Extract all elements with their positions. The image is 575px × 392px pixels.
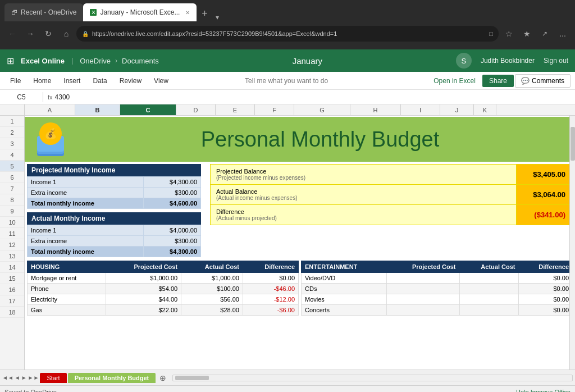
favorites-button[interactable]: ☆ [501, 26, 517, 42]
table-row[interactable]: Gas $22.00 $28.00 -$6.00 [28, 305, 299, 316]
cell-diff[interactable]: $0.00 [519, 305, 573, 316]
cell-label[interactable]: Income 1 [28, 177, 144, 188]
cell-value[interactable]: $300.00 [144, 188, 201, 198]
row-header-10[interactable]: 10 [0, 217, 24, 228]
cell-label[interactable]: Video/DVD [302, 273, 387, 284]
row-header-14[interactable]: 14 [0, 262, 24, 273]
cell-actual[interactable]: $28.00 [181, 305, 243, 316]
open-in-excel-button[interactable]: Open in Excel [428, 75, 481, 87]
sheet-scroll-last[interactable]: ►► [28, 375, 39, 381]
cell-projected[interactable] [386, 305, 459, 316]
row-header-13[interactable]: 13 [0, 250, 24, 262]
comments-button[interactable]: 💬 Comments [515, 74, 571, 88]
projected-balance-value[interactable]: $3,405.00 [517, 165, 573, 185]
row-header-9[interactable]: 9 [0, 206, 24, 217]
vertical-scrollbar[interactable] [569, 116, 575, 370]
formula-value[interactable]: 4300 [55, 93, 70, 101]
sheet-scroll-prev[interactable]: ◄ [15, 375, 20, 381]
cell-label[interactable]: CDs [302, 284, 387, 294]
table-row[interactable]: Movies $0.00 [302, 294, 573, 305]
cell-diff[interactable]: -$6.00 [243, 305, 298, 316]
cell-projected[interactable]: $22.00 [106, 305, 181, 316]
search-input[interactable] [245, 77, 357, 85]
row-header-4[interactable]: 4 [0, 149, 24, 161]
cell-diff[interactable]: $0.00 [519, 284, 573, 294]
row-header-3[interactable]: 3 [0, 138, 24, 149]
table-row[interactable]: Income 1 $4,000.00 [28, 225, 201, 236]
difference-row[interactable]: Difference (Actual minus projected) ($34… [211, 205, 573, 225]
cell-label[interactable]: Extra income [28, 236, 144, 247]
row-header-5[interactable]: 5 [0, 161, 24, 172]
cell-diff[interactable]: $0.00 [519, 273, 573, 284]
tab-onedrive[interactable]: 🗗 Recent - OneDrive [4, 3, 83, 21]
help-improve[interactable]: Help Improve Office [516, 389, 571, 393]
cell-actual[interactable]: $56.00 [181, 294, 243, 305]
table-row[interactable]: Electricity $44.00 $56.00 -$12.00 [28, 294, 299, 305]
row-header-7[interactable]: 7 [0, 183, 24, 194]
menu-review[interactable]: Review [114, 75, 147, 87]
cell-diff[interactable]: -$12.00 [243, 294, 298, 305]
col-header-h[interactable]: H [350, 104, 401, 115]
row-header-18[interactable]: 18 [0, 307, 24, 318]
scrollbar-thumb[interactable] [571, 127, 575, 161]
col-header-b[interactable]: B [75, 104, 120, 115]
row-header-17[interactable]: 17 [0, 295, 24, 307]
row-header-16[interactable]: 16 [0, 284, 24, 295]
row-header-6[interactable]: 6 [0, 172, 24, 183]
sign-out-button[interactable]: Sign out [544, 57, 568, 65]
col-header-f[interactable]: F [255, 104, 294, 115]
breadcrumb-onedrive[interactable]: OneDrive [80, 57, 111, 65]
cell-actual[interactable]: $100.00 [181, 284, 243, 294]
sheet-tab-start[interactable]: Start [40, 373, 66, 383]
cell-projected[interactable]: $1,000.00 [106, 273, 181, 284]
table-row[interactable]: Video/DVD $0.00 [302, 273, 573, 284]
cell-value[interactable]: $4,300.00 [144, 177, 201, 188]
row-header-11[interactable]: 11 [0, 228, 24, 239]
table-row[interactable]: Total monthly income $4,600.00 [28, 198, 201, 209]
address-bar[interactable]: 🔒 https://onedrive.live.com/edit.aspx?re… [76, 26, 499, 42]
col-header-j[interactable]: J [440, 104, 474, 115]
cell-total-label[interactable]: Total monthly income [28, 247, 144, 257]
col-header-i[interactable]: I [401, 104, 440, 115]
cell-diff[interactable]: $0.00 [519, 294, 573, 305]
cell-projected[interactable] [386, 273, 459, 284]
cell-value[interactable]: $4,000.00 [144, 225, 201, 236]
cell-actual[interactable] [459, 273, 519, 284]
cell-value[interactable]: $300.00 [144, 236, 201, 247]
table-row[interactable]: Extra income $300.00 [28, 188, 201, 198]
menu-data[interactable]: Data [87, 75, 112, 87]
cell-total-label[interactable]: Total monthly income [28, 198, 144, 209]
row-header-15[interactable]: 15 [0, 273, 24, 284]
tab-dropdown[interactable]: ▾ [212, 13, 222, 21]
table-row[interactable]: CDs $0.00 [302, 284, 573, 294]
table-row[interactable]: Income 1 $4,300.00 [28, 177, 201, 188]
table-row[interactable]: Phone $54.00 $100.00 -$46.00 [28, 284, 299, 294]
close-icon[interactable]: ✕ [185, 10, 190, 16]
new-tab-button[interactable]: + [197, 6, 212, 21]
cell-label[interactable]: Mortgage or rent [28, 273, 106, 284]
horizontal-scrollbar[interactable] [172, 375, 573, 381]
col-header-k[interactable]: K [474, 104, 496, 115]
col-header-a[interactable]: A [25, 104, 75, 115]
col-header-g[interactable]: G [294, 104, 350, 115]
cell-projected[interactable]: $44.00 [106, 294, 181, 305]
table-row[interactable]: Mortgage or rent $1,000.00 $1,000.00 $0.… [28, 273, 299, 284]
col-header-d[interactable]: D [176, 104, 216, 115]
menu-search[interactable] [175, 77, 427, 85]
cell-label[interactable]: Electricity [28, 294, 106, 305]
share-nav-button[interactable]: ↗ [537, 26, 553, 42]
row-header-1[interactable]: 1 [0, 116, 24, 127]
cell-label[interactable]: Extra income [28, 188, 144, 198]
menu-view[interactable]: View [148, 75, 174, 87]
cell-total-value[interactable]: $4,600.00 [144, 198, 201, 209]
tab-excel[interactable]: X January - Microsoft Exce... ✕ [83, 3, 197, 21]
row-header-2[interactable]: 2 [0, 127, 24, 138]
cell-label[interactable]: Gas [28, 305, 106, 316]
cell-actual[interactable] [459, 305, 519, 316]
cell-actual[interactable]: $1,000.00 [181, 273, 243, 284]
projected-balance-row[interactable]: Projected Balance (Projected income minu… [211, 165, 573, 185]
cell-diff[interactable]: $0.00 [243, 273, 298, 284]
cell-reference[interactable]: C5 [4, 93, 38, 101]
cell-diff[interactable]: -$46.00 [243, 284, 298, 294]
forward-button[interactable]: → [22, 26, 38, 42]
